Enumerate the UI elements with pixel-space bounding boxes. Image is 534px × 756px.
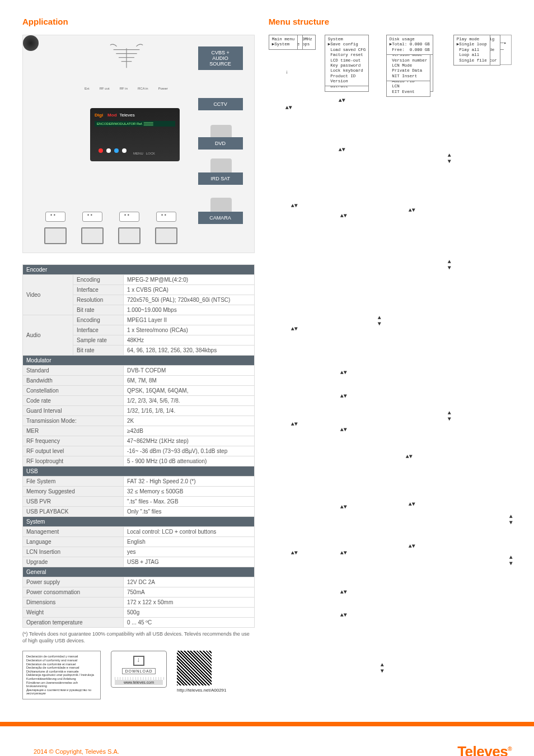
televes-logo: Televes® <box>457 743 512 756</box>
qr-url[interactable]: http://televes.net/A00291 <box>177 688 227 693</box>
port-labels: ExtRF outRF inRCA inPower <box>85 87 168 90</box>
section-general: General <box>23 567 255 577</box>
download-button[interactable]: DOWNLOAD <box>122 668 155 674</box>
antenna-icon <box>107 41 146 69</box>
menu-disk-stats: Disk usage ▶Total: 0.000 GB Free: 0.000 … <box>386 35 433 55</box>
qr-code-icon <box>177 651 212 685</box>
download-url[interactable]: www.televes.com <box>115 680 163 685</box>
wall-sockets <box>45 212 176 222</box>
section-modulator: Modulator <box>23 356 255 366</box>
download-box: DOWNLOAD |||||||||||||||||||| www.televe… <box>111 651 167 688</box>
menu-tree: ENTER——▸ MENU◂—— LOCK Initializing ... D… <box>269 35 512 595</box>
copyright: 2014 © Copyright, Televés S.A. <box>34 748 119 755</box>
cctv-icon <box>23 35 39 51</box>
usb-footnote: (*) Televés does not guarantee 100% comp… <box>22 631 255 644</box>
tv-icons <box>44 227 177 244</box>
dvd-label: DVD <box>198 137 243 150</box>
cvbs-source-label: CVBS + AUDIO SOURCE <box>198 46 243 70</box>
section-encoder: Encoder <box>23 265 255 275</box>
menu-main-sys: Main menu ▶System <box>269 35 298 50</box>
menu-heading: Menu structure <box>269 17 512 26</box>
spec-table: Encoder VideoEncodingMPEG-2 MP@ML(4:2:0)… <box>22 264 255 628</box>
section-system: System <box>23 517 255 527</box>
encoder-device: DigiMod Televes ENCODER/MODULATOR Ref. ▒… <box>90 108 180 161</box>
section-usb: USB <box>23 466 255 477</box>
menu-mode-list: Play mode ▶Single loop Play all Loop all… <box>453 35 490 66</box>
download-icon <box>133 656 144 666</box>
camara-label: CAMARA <box>198 212 243 224</box>
ird-icon <box>210 158 232 174</box>
camera-icon <box>210 198 232 213</box>
menu-sys-list: System ▶Save config Load saved CFG Facto… <box>325 35 369 86</box>
application-heading: Application <box>22 17 255 26</box>
conformity-box: Declaración de conformidad y manualDecla… <box>22 651 101 699</box>
ird-label: IRD SAT <box>198 172 243 185</box>
cctv-label: CCTV <box>198 98 243 110</box>
application-diagram: ExtRF outRF inRCA inPower CVBS + AUDIO S… <box>22 35 255 253</box>
orange-divider <box>0 722 534 726</box>
